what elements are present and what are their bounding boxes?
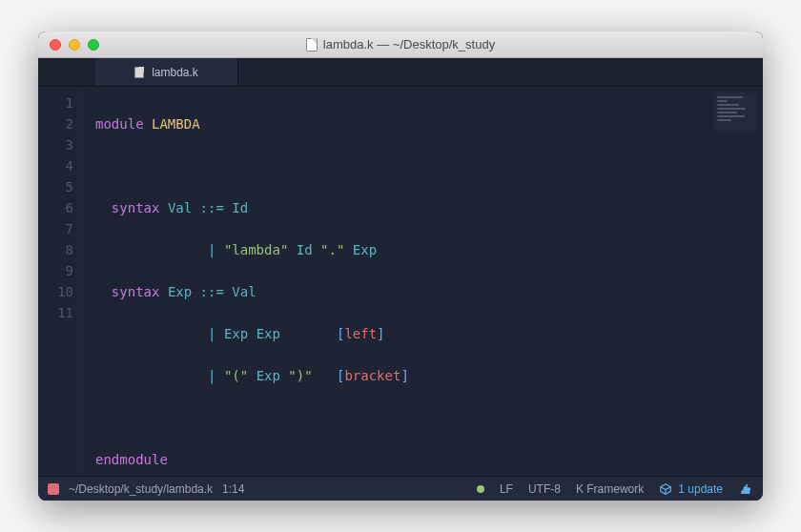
- close-button[interactable]: [50, 39, 61, 51]
- status-bar: ~/Desktop/k_study/lambda.k 1:14 LF UTF-8…: [38, 476, 763, 501]
- status-grammar[interactable]: K Framework: [576, 482, 644, 496]
- code-area[interactable]: module LAMBDA syntax Val ::= Id | "lambd…: [82, 87, 763, 476]
- tab-label: lambda.k: [152, 66, 198, 79]
- minimap[interactable]: [713, 92, 757, 131]
- titlebar: lambda.k — ~/Desktop/k_study: [38, 31, 763, 58]
- document-icon: [306, 38, 318, 51]
- status-cursor[interactable]: 1:14: [222, 482, 244, 496]
- status-path[interactable]: ~/Desktop/k_study/lambda.k: [69, 482, 213, 496]
- squirrel-icon[interactable]: [738, 481, 753, 497]
- status-updates[interactable]: 1 update: [659, 482, 723, 496]
- window-title: lambda.k — ~/Desktop/k_study: [38, 37, 763, 51]
- tab-lambda-k[interactable]: lambda.k: [95, 58, 238, 86]
- gutter: 1 2 3 4 5 6 7 8 9 10 11: [38, 87, 82, 476]
- traffic-lights: [50, 39, 99, 51]
- document-icon: [134, 67, 144, 78]
- editor[interactable]: 1 2 3 4 5 6 7 8 9 10 11 module LAMBDA sy…: [38, 87, 763, 476]
- project-swatch[interactable]: [48, 483, 59, 495]
- status-line-ending[interactable]: LF: [500, 482, 513, 496]
- zoom-button[interactable]: [88, 39, 99, 51]
- status-ok-icon: [477, 485, 484, 493]
- tab-bar: lambda.k: [38, 58, 763, 87]
- status-encoding[interactable]: UTF-8: [528, 482, 561, 496]
- package-icon: [659, 482, 672, 496]
- window-title-text: lambda.k — ~/Desktop/k_study: [323, 37, 495, 51]
- minimize-button[interactable]: [69, 39, 80, 51]
- editor-window: lambda.k — ~/Desktop/k_study lambda.k 1 …: [38, 31, 763, 501]
